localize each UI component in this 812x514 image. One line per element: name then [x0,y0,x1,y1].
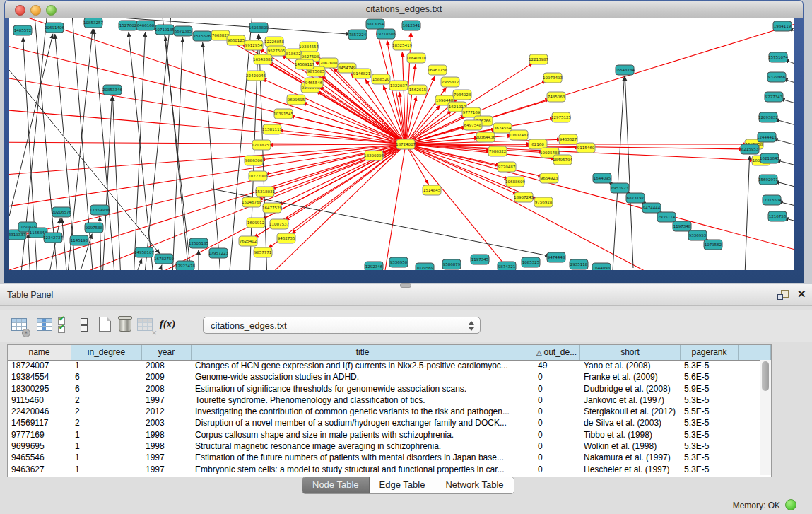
graph-edge[interactable] [62,218,67,270]
show-rows-icon[interactable] [75,315,93,335]
graph-edge[interactable] [9,144,406,248]
graph-node[interactable]: 17016504 [762,195,782,205]
graph-node[interactable]: 6497548 [464,120,482,130]
table-cell[interactable]: 1 [71,452,142,463]
graph-node[interactable]: 14958107 [134,247,154,257]
graph-node[interactable]: 9756928 [534,197,553,207]
network-canvas[interactable]: 1872400776638229660125991295412226058952… [9,18,794,270]
graph-edge[interactable] [112,96,121,270]
graph-node[interactable]: 12093832 [758,112,778,122]
graph-node[interactable]: 10853257 [83,18,103,28]
graph-node[interactable]: 7934028 [453,90,471,100]
table-selector-combo[interactable]: citations_edges.txt [203,317,481,334]
table-row[interactable]: 946554611997Estimation of the future num… [8,452,771,463]
graph-edge[interactable] [613,76,624,270]
graph-node[interactable]: 12213987 [529,54,548,64]
column-header-out_de[interactable]: △ out_de... [534,345,580,360]
graph-edge[interactable] [264,144,406,175]
graph-node[interactable]: 9886306 [245,156,263,165]
table-cell[interactable]: Investigating the contribution of common… [192,406,534,417]
graph-node[interactable]: 9699695 [287,95,305,105]
table-cell[interactable]: 5.5E-5 [681,406,739,417]
graph-node[interactable]: 9474444 [642,203,661,213]
graph-node[interactable]: 9654923 [540,173,558,183]
graph-node[interactable]: 7515526 [193,31,211,41]
table-cell[interactable]: 22420046 [8,406,71,417]
graph-node[interactable]: 14569117 [295,59,314,69]
graph-node[interactable]: 1079569 [416,263,434,270]
tab-network-table[interactable]: Network Table [435,477,513,493]
graph-node[interactable]: 18907243 [514,192,534,202]
table-cell[interactable]: 5.3E-5 [681,452,739,463]
graph-node[interactable]: 11007537 [269,219,289,229]
graph-node[interactable]: 8953923 [611,183,629,193]
graph-edge[interactable] [28,233,30,270]
close-panel-icon[interactable]: ✕ [797,288,806,300]
table-row[interactable]: 946362711997Embryonic stem cells: a mode… [8,464,771,475]
table-cell[interactable]: Tourette syndrome. Phenomenology and cla… [192,395,534,406]
function-builder-icon[interactable]: f(x) [158,318,177,338]
graph-node[interactable]: 9227343 [765,92,783,102]
graph-node[interactable]: 1322037 [389,81,408,90]
table-cell[interactable]: 1997 [142,452,192,463]
graph-node[interactable]: 9115460 [577,143,595,153]
table-cell[interactable]: Jankovic et al. (1997) [580,395,681,406]
graph-edge[interactable] [102,96,112,270]
table-cell[interactable]: 5.3E-5 [681,360,739,371]
graph-node[interactable]: 18640910 [406,53,426,63]
table-settings-icon[interactable]: ✶ [10,315,28,335]
graph-node[interactable]: 9874321 [498,262,516,270]
table-cell[interactable]: 2 [71,406,142,417]
table-cell[interactable]: Embryonic stem cells: a model to study s… [192,464,534,475]
graph-node[interactable]: 6873197 [626,193,645,203]
graph-node[interactable]: 16053809 [249,23,269,33]
table-cell[interactable]: 5.3E-5 [681,395,739,406]
graph-node[interactable]: 9329966 [767,72,786,82]
graph-edge[interactable] [268,144,406,249]
graph-node[interactable]: 10688609 [505,177,525,187]
table-cell[interactable]: 0 [534,440,580,452]
table-cell[interactable]: Stergiakouli et al. (2012) [580,406,681,417]
column-header-title[interactable]: title [192,345,534,360]
graph-edge[interactable] [9,144,406,213]
graph-node[interactable]: 12118253 [252,140,271,150]
graph-node[interactable]: 18495794 [553,155,572,165]
graph-node[interactable]: 12923478 [175,261,195,270]
graph-node[interactable]: 9720487 [498,162,516,172]
column-header-short[interactable]: short [580,345,681,360]
graph-edge[interactable] [249,34,259,270]
graph-edge[interactable] [406,144,794,259]
graph-node[interactable]: 12975125 [551,112,571,122]
graph-edge[interactable] [228,18,253,270]
graph-node[interactable]: 7625402 [239,236,257,246]
table-cell[interactable]: 2012 [142,406,192,417]
table-cell[interactable]: Franke et al. (2009) [580,371,681,382]
graph-node[interactable]: 1197348 [673,221,691,231]
table-cell[interactable]: Yano et al. (2008) [580,360,681,371]
graph-node[interactable]: 3624554 [493,123,512,133]
graph-edge[interactable] [155,265,162,270]
table-row[interactable]: 1456911722003Disruption of a novel membe… [8,417,771,428]
graph-node[interactable]: 12444415 [757,132,777,142]
graph-node[interactable]: 1588520 [372,74,390,84]
graph-edge[interactable] [134,258,142,270]
table-cell[interactable]: Changes of HCN gene expression and I(f) … [192,360,534,371]
graph-edge[interactable] [66,29,93,270]
vertical-scrollbar[interactable] [760,360,771,475]
table-cell[interactable]: 14569117 [8,417,71,428]
graph-node[interactable]: 2935114 [657,212,676,222]
select-columns-icon[interactable] [35,315,54,335]
graph-edge[interactable] [278,144,406,205]
graph-edge[interactable] [133,32,146,270]
graph-node[interactable]: 1145193 [70,235,88,245]
graph-node[interactable]: 12226058 [264,37,284,47]
table-cell[interactable]: de Silva et al. (2003) [580,417,681,428]
table-row[interactable]: 2242004622012Investigating the contribut… [8,406,771,417]
table-cell[interactable]: 2003 [142,417,192,428]
graph-edge[interactable] [406,144,543,177]
graph-node[interactable]: 15046769 [242,197,261,207]
graph-node[interactable]: 7986322 [488,146,507,156]
table-row[interactable]: 977716911998Corpus callosum shape and si… [8,429,771,440]
graph-node[interactable]: 11381111 [262,124,282,134]
graph-node[interactable]: 9474448 [547,252,565,262]
